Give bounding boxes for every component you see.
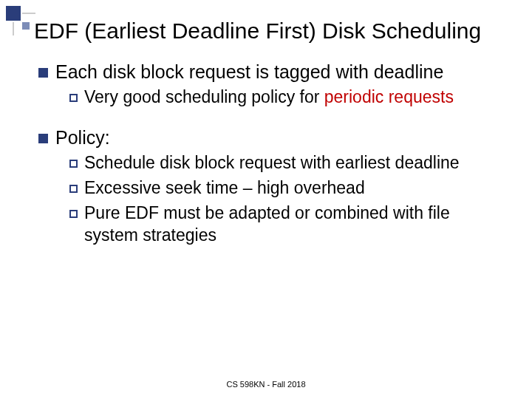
bullet-level1: Policy: (38, 126, 502, 149)
square-bullet-icon (38, 134, 48, 143)
bullet-text: Schedule disk block request with earlies… (84, 152, 460, 174)
hollow-square-bullet-icon (69, 210, 78, 218)
bullet-level2: Excessive seek time – high overhead (69, 177, 502, 200)
slide-body: EDF (Earliest Deadline First) Disk Sched… (0, 0, 532, 247)
bullet-text: Pure EDF must be adapted or combined wit… (84, 202, 502, 247)
bullet-text: Each disk block request is tagged with d… (55, 61, 443, 83)
bullet-text: Policy: (55, 126, 110, 149)
bullet-level1: Each disk block request is tagged with d… (38, 61, 502, 83)
bullet-text: Very good scheduling policy for periodic… (84, 86, 454, 109)
corner-decoration (6, 6, 31, 31)
text-highlight: periodic requests (324, 87, 454, 106)
hollow-square-bullet-icon (69, 185, 78, 193)
bullet-text: Excessive seek time – high overhead (84, 177, 365, 200)
hollow-square-bullet-icon (69, 160, 78, 168)
hollow-square-bullet-icon (69, 94, 78, 102)
bullet-level2: Very good scheduling policy for periodic… (69, 86, 502, 109)
bullet-level2: Schedule disk block request with earlies… (69, 152, 502, 174)
slide-title: EDF (Earliest Deadline First) Disk Sched… (34, 18, 502, 44)
bullet-level2: Pure EDF must be adapted or combined wit… (69, 202, 502, 247)
square-bullet-icon (38, 68, 48, 78)
slide-footer: CS 598KN - Fall 2018 (0, 380, 532, 389)
text-part: Very good scheduling policy for (84, 87, 324, 106)
